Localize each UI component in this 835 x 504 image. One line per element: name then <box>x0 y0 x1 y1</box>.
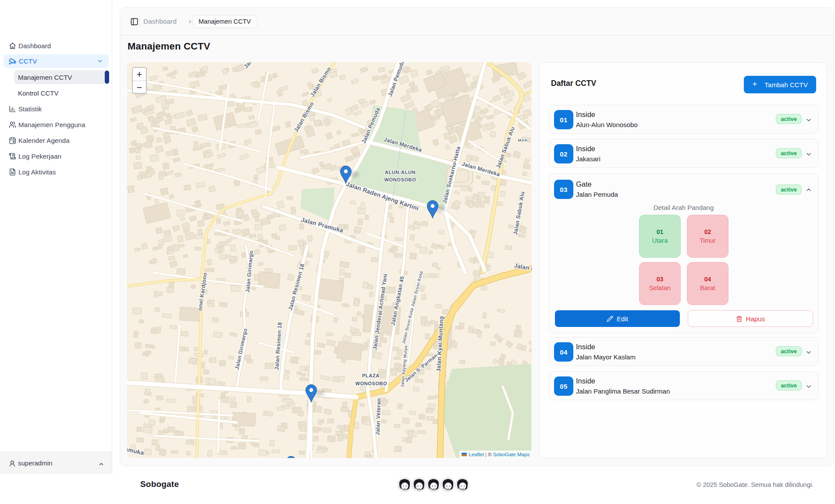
svg-text:MAK: MAK <box>518 138 528 142</box>
svg-text:ALUN-ALUN: ALUN-ALUN <box>385 170 416 175</box>
svg-text:PLAZA: PLAZA <box>362 373 380 378</box>
svg-text:Jalan Veteran: Jalan Veteran <box>375 398 382 435</box>
svg-text:WONOSOBO: WONOSOBO <box>355 381 387 386</box>
svg-text:WONOSOBO: WONOSOBO <box>384 177 416 182</box>
